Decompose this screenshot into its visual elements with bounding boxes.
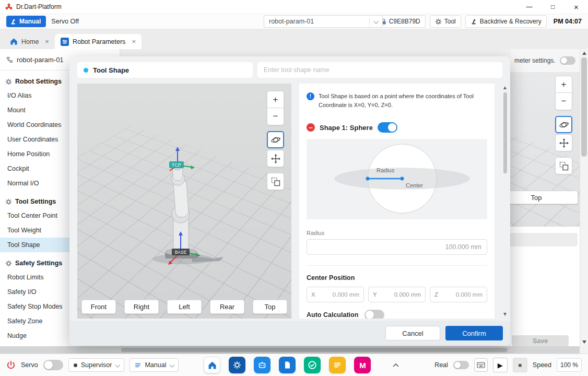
zoom-in-button[interactable]: + <box>555 76 572 93</box>
orbit-icon <box>271 135 281 145</box>
pan-button[interactable] <box>555 134 572 151</box>
bottom-status-bar: Servo Supervisor Manual M Real ▶ <box>0 354 588 376</box>
tab-robot-parameters-label: Robot Parameters <box>73 38 125 45</box>
section-safety-settings-label: Safety Settings <box>15 260 62 267</box>
shape-enable-toggle[interactable] <box>378 122 397 133</box>
orbit-icon <box>559 120 569 130</box>
scrollbar-thumb[interactable] <box>581 57 587 157</box>
section-tool-settings-label: Tool Settings <box>15 198 56 205</box>
document-app-icon[interactable] <box>279 357 296 373</box>
center-position-label: Center Position <box>299 266 495 287</box>
robot-params-app-icon[interactable] <box>229 357 245 373</box>
projection-icon <box>271 177 280 186</box>
scroll-up-icon[interactable] <box>582 52 586 55</box>
background-content-panel: meter settings. + − Top Save <box>510 49 580 346</box>
zoom-in-button[interactable]: + <box>267 91 284 108</box>
maximize-icon[interactable]: □ <box>541 0 565 14</box>
view-rear-button[interactable]: Rear <box>210 300 244 314</box>
settings-icon <box>5 198 12 205</box>
scroll-up-icon[interactable] <box>503 86 507 89</box>
mode-select[interactable]: Manual <box>130 358 179 372</box>
projection-button[interactable] <box>555 157 572 174</box>
robot-app-icon[interactable] <box>254 357 271 373</box>
remove-shape-icon[interactable]: − <box>307 123 315 132</box>
diagram-center-label: Center <box>406 182 423 189</box>
center-z-field: Z <box>430 287 487 302</box>
dock-collapse-button[interactable] <box>390 359 402 371</box>
robot-param-select[interactable]: robot-param-01 <box>264 15 383 28</box>
view-top-button[interactable]: Top <box>253 300 287 314</box>
projection-button[interactable] <box>267 173 284 190</box>
app-dock: M <box>204 357 371 373</box>
checklist-app-icon[interactable] <box>304 357 321 373</box>
horizontal-scrollbar-thumb[interactable] <box>121 348 508 352</box>
main-vertical-scrollbar[interactable] <box>580 49 588 346</box>
tab-bar: Home × Robot Parameters × <box>0 29 588 49</box>
backdrive-recovery-button[interactable]: Backdrive & Recovery <box>465 15 547 28</box>
view-left-button[interactable]: Left <box>167 300 202 314</box>
main-horizontal-scrollbar[interactable] <box>0 346 580 354</box>
panel-scrollbar[interactable] <box>503 86 507 316</box>
scrollbar-thumb[interactable] <box>503 92 507 173</box>
device-id-chip[interactable]: C9E8B79D <box>375 15 426 28</box>
dialog-footer: Cancel Confirm <box>69 321 510 346</box>
tab-robot-parameters-close-icon[interactable]: × <box>132 38 136 45</box>
dialog-3d-viewport[interactable]: TCP BASE + − <box>77 84 291 319</box>
scroll-down-icon[interactable] <box>582 340 586 344</box>
auto-calculation-row: Auto Calculation <box>299 302 495 319</box>
app-title: Dr.Dart-Platform <box>16 3 62 10</box>
robot-3d-model: TCP BASE <box>77 84 291 319</box>
axis-y-label: Y <box>373 291 377 298</box>
view-right-button[interactable]: Right <box>124 300 159 314</box>
radius-input[interactable] <box>312 243 481 251</box>
jog-pad-button[interactable] <box>474 358 488 372</box>
scroll-down-icon[interactable] <box>503 313 507 316</box>
home-app-icon[interactable] <box>204 357 220 373</box>
role-select[interactable]: Supervisor <box>68 358 125 372</box>
speed-value-box[interactable]: 100 % <box>557 358 582 372</box>
cancel-button[interactable]: Cancel <box>385 326 440 340</box>
save-button[interactable]: Save <box>512 335 569 346</box>
center-y-input[interactable] <box>379 291 421 298</box>
tcp-label: TCP <box>172 162 181 168</box>
play-button[interactable]: ▶ <box>493 358 508 372</box>
dialog-header: Tool Shape <box>69 56 510 84</box>
projection-icon <box>559 161 569 171</box>
info-icon: ! <box>307 92 314 100</box>
orbit-rotate-button[interactable] <box>267 131 284 148</box>
auto-calculation-toggle[interactable] <box>364 310 384 319</box>
auto-calculation-label: Auto Calculation <box>307 311 358 319</box>
center-z-input[interactable] <box>440 291 483 298</box>
info-text: Tool Shape is based on a point where the… <box>319 92 487 110</box>
servo-label: Servo <box>21 361 38 369</box>
role-status-dot <box>74 363 77 367</box>
real-mode-toggle[interactable] <box>453 361 469 369</box>
tab-home-close-icon[interactable]: × <box>45 38 49 45</box>
tab-robot-parameters[interactable]: Robot Parameters × <box>55 34 142 49</box>
manual-mode-button[interactable]: Manual <box>6 16 46 27</box>
close-icon[interactable]: × <box>565 0 588 14</box>
settings-toggle[interactable] <box>560 56 575 65</box>
power-icon[interactable] <box>6 360 16 370</box>
center-x-input[interactable] <box>317 291 359 298</box>
confirm-button[interactable]: Confirm <box>445 326 503 340</box>
base-label: BASE <box>175 250 187 255</box>
background-section-bar <box>510 233 578 246</box>
tool-shape-name-input[interactable] <box>257 62 502 78</box>
module-m-app-icon[interactable]: M <box>354 357 371 373</box>
servo-toggle[interactable] <box>43 360 63 370</box>
view-front-button[interactable]: Front <box>81 300 116 314</box>
tool-button[interactable]: Tool <box>430 15 461 28</box>
zoom-out-button[interactable]: − <box>267 108 284 125</box>
dialog-title-box: Tool Shape <box>77 62 253 78</box>
orbit-rotate-button[interactable] <box>555 116 572 133</box>
pan-button[interactable] <box>267 150 284 167</box>
tab-home-label: Home <box>21 38 39 45</box>
stop-button[interactable]: ■ <box>513 358 527 372</box>
tasks-app-icon[interactable] <box>329 357 346 373</box>
tab-home[interactable]: Home × <box>4 34 55 49</box>
sphere-diagram: Radius Center <box>307 139 487 219</box>
blue-dot-icon <box>84 68 88 73</box>
zoom-out-button[interactable]: − <box>555 93 572 110</box>
minimize-icon[interactable]: — <box>518 0 541 14</box>
